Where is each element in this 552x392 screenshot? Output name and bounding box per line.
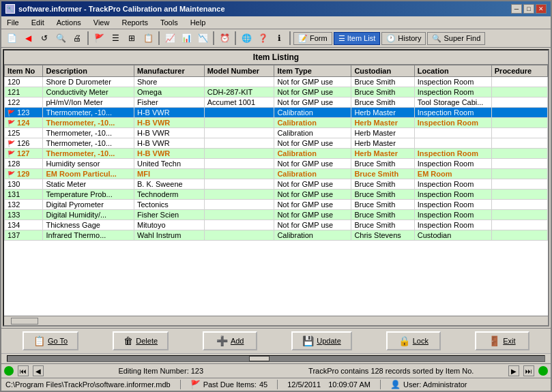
progress-track[interactable] — [7, 355, 545, 362]
nav-first-btn[interactable]: ⏮ — [18, 365, 29, 376]
exit-button[interactable]: 🚪 Exit — [475, 331, 529, 350]
tb-form-view-btn[interactable]: 📝 Form — [293, 32, 332, 45]
col-description[interactable]: Description — [43, 65, 134, 77]
menu-file[interactable]: File — [4, 18, 22, 27]
table-row[interactable]: 🚩 126Thermometer, -10...H-B VWRNot for G… — [5, 138, 548, 149]
table-row[interactable]: 122pH/mV/Ion MeterFisherAccumet 1001Not … — [5, 97, 548, 108]
cell-item-no: 131 — [5, 190, 43, 200]
update-button[interactable]: 💾 Update — [291, 331, 351, 350]
cell-custodian: Bruce Smith — [351, 220, 414, 230]
menu-help[interactable]: Help — [188, 18, 209, 27]
progress-thumb[interactable] — [249, 356, 270, 361]
status-path: C:\Program Files\TrackPro\software.infor… — [5, 380, 171, 389]
nav-next-btn[interactable]: ▶ — [508, 365, 519, 376]
toolbar-sep-4 — [235, 31, 236, 45]
super-find-icon: 🔍 — [432, 34, 441, 43]
cell-item_type: Calibration — [274, 149, 351, 159]
table-container[interactable]: Item No Description Manufacturer Model N… — [4, 65, 548, 316]
col-item-type[interactable]: Item Type — [274, 65, 351, 77]
flag-icon: 🚩 — [8, 140, 15, 147]
cell-item-no: 134 — [5, 220, 43, 230]
table-row[interactable]: 🚩 129EM Room Particul...MFICalibrationBr… — [5, 169, 548, 179]
cell-item_type: Not for GMP use — [274, 190, 351, 200]
cell-manufacturer: Wahl Instrum — [134, 230, 205, 241]
cell-item-no: 121 — [5, 87, 43, 97]
tb-print-btn[interactable]: 🖨 — [70, 31, 85, 46]
col-model[interactable]: Model Number — [204, 65, 274, 77]
cell-item_type: Calibration — [274, 118, 351, 128]
tb-super-find-btn[interactable]: 🔍 Super Find — [427, 32, 485, 45]
col-location[interactable]: Location — [414, 65, 491, 77]
menu-edit[interactable]: Edit — [29, 18, 47, 27]
tb-chart2-btn[interactable]: 📊 — [179, 31, 194, 46]
col-custodian[interactable]: Custodian — [351, 65, 414, 77]
tb-list-btn[interactable]: ☰ — [108, 31, 123, 46]
tb-refresh-btn[interactable]: ↺ — [37, 31, 52, 46]
status-datetime: 12/5/2011 10:09:07 AM — [287, 380, 371, 389]
menu-view[interactable]: View — [91, 18, 113, 27]
menu-tools[interactable]: Tools — [158, 18, 181, 27]
past-due-icon: 🚩 — [190, 380, 201, 389]
table-row[interactable]: 131Temperature Prob...TechnodermNot for … — [5, 190, 548, 200]
status-date: 12/5/2011 — [287, 380, 321, 389]
toolbar-sep-1 — [87, 31, 89, 45]
nav-indicator-right — [538, 366, 548, 376]
table-row[interactable]: 137Infrared Thermo...Wahl InstrumCalibra… — [5, 230, 548, 241]
cell-model — [204, 77, 274, 87]
tb-history-btn[interactable]: 🕐 History — [381, 32, 426, 45]
tb-chart-btn[interactable]: 📈 — [162, 31, 177, 46]
table-row[interactable]: 128Humidity sensorUnited TechnNot for GM… — [5, 159, 548, 169]
table-row[interactable]: 130Static MeterB. K. SweeneNot for GMP u… — [5, 179, 548, 190]
history-icon: 🕐 — [386, 34, 396, 43]
table-row[interactable]: 133Digital Humidity/...Fisher ScienNot f… — [5, 210, 548, 220]
tb-clock-btn[interactable]: ⏰ — [217, 31, 232, 46]
col-procedure[interactable]: Procedure — [491, 65, 547, 77]
tb-flag-btn[interactable]: 🚩 — [91, 31, 106, 46]
menu-actions[interactable]: Actions — [54, 18, 84, 27]
table-row[interactable]: 121Conductivity MeterOmegaCDH-287-KITNot… — [5, 87, 548, 97]
tb-info-btn[interactable]: ℹ — [272, 31, 287, 46]
nav-last-btn[interactable]: ⏭ — [523, 365, 534, 376]
goto-button[interactable]: 📋 Go To — [23, 331, 78, 350]
col-manufacturer[interactable]: Manufacturer — [134, 65, 205, 77]
cell-item_type: Calibration — [274, 128, 351, 138]
progress-bar-area — [1, 353, 551, 363]
nav-indicator — [4, 366, 14, 376]
tb-table-btn[interactable]: 📉 — [195, 31, 210, 46]
minimize-button[interactable]: ─ — [511, 4, 522, 14]
table-row[interactable]: 132Digital PyrometerTectonicsNot for GMP… — [5, 200, 548, 210]
table-row[interactable]: 134Thickness GageMitutoyoNot for GMP use… — [5, 220, 548, 230]
close-button[interactable]: ✕ — [536, 4, 547, 14]
delete-label: Delete — [136, 337, 158, 345]
col-item-no[interactable]: Item No — [5, 65, 43, 77]
tb-search-btn[interactable]: 🔍 — [53, 31, 68, 46]
horizontal-scrollbar[interactable] — [4, 316, 548, 325]
cell-description: Conductivity Meter — [43, 87, 134, 97]
add-button[interactable]: ➕ Add — [203, 331, 257, 350]
table-row[interactable]: 125Thermometer, -10...H-B VWRCalibration… — [5, 128, 548, 138]
tb-item-list-btn[interactable]: ☰ Item List — [334, 32, 381, 45]
table-row[interactable]: 🚩 127Thermometer, -10...H-B VWRCalibrati… — [5, 149, 548, 159]
nav-prev-btn[interactable]: ◀ — [33, 365, 44, 376]
cell-model — [204, 138, 274, 149]
tb-grid-btn[interactable]: ⊞ — [124, 31, 139, 46]
tb-doc-btn[interactable]: 📋 — [141, 31, 156, 46]
cell-location: Inspection Room — [414, 77, 491, 87]
cell-manufacturer: United Techn — [134, 159, 205, 169]
tb-globe-btn[interactable]: 🌐 — [239, 31, 254, 46]
tb-new-btn[interactable]: 📄 — [4, 31, 19, 46]
menu-reports[interactable]: Reports — [119, 18, 151, 27]
title-bar: 🔧 software.informer - TrackPro Calibrati… — [1, 1, 551, 16]
cell-item_type: Not for GMP use — [274, 200, 351, 210]
delete-button[interactable]: 🗑 Delete — [113, 331, 169, 350]
lock-button[interactable]: 🔒 Lock — [386, 331, 441, 350]
table-row[interactable]: 🚩 123Thermometer, -10...H-B VWRCalibrati… — [5, 108, 548, 118]
table-row[interactable]: 120Shore D DurometerShoreNot for GMP use… — [5, 77, 548, 87]
cell-model — [204, 210, 274, 220]
table-row[interactable]: 🚩 124Thermometer, -10...H-B VWRCalibrati… — [5, 118, 548, 128]
tb-back-btn[interactable]: ◀ — [20, 31, 35, 46]
maximize-button[interactable]: □ — [523, 4, 534, 14]
item-table: Item No Description Manufacturer Model N… — [4, 65, 548, 241]
tb-help-btn[interactable]: ❓ — [255, 31, 270, 46]
toolbar-sep-2 — [158, 31, 160, 45]
